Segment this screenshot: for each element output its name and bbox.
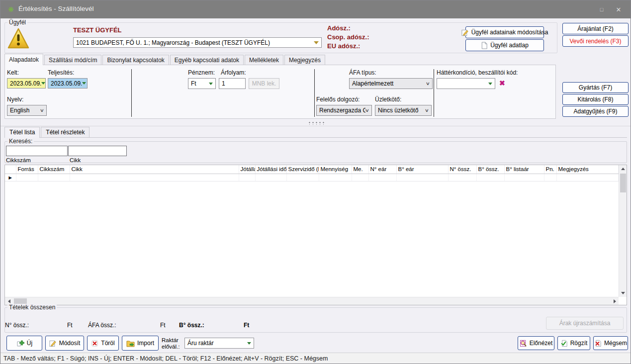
grid-col-cikkszam[interactable]: Cikkszám <box>38 165 70 174</box>
app-window: ❋ Értékesítés - Szállítólevél □ ✕ Ügyfél… <box>0 0 631 364</box>
horizontal-scrollbar[interactable] <box>5 297 619 305</box>
customer-groupbox: Ügyfél TESZT ÜGYFÉL 1021 BUDAPEST, FŐ U.… <box>4 22 557 53</box>
search-groupbox: Keresés: Cikkszám Cikk <box>4 141 627 163</box>
mnb-rate-button[interactable]: MNB lek. <box>249 78 279 89</box>
save-button[interactable]: Rögzít <box>557 336 590 350</box>
tab-tetel-lista[interactable]: Tétel lista <box>4 127 40 138</box>
customer-order-button[interactable]: Vevői rendelés (F3) <box>562 35 629 47</box>
grid-col-szervizido[interactable]: Szervizidő (h <box>286 165 319 174</box>
grid-col-jotallas[interactable]: Jótállá <box>239 165 255 174</box>
fulfillment-date-picker[interactable]: 2023.05.09. <box>48 78 88 89</box>
background-condition-combobox[interactable] <box>437 78 495 89</box>
vat-total-label: ÁFA össz.: <box>88 322 116 329</box>
customer-datasheet-label: Ügyfél adatlap <box>490 42 529 49</box>
cancel-button[interactable]: Mégsem <box>593 336 628 350</box>
outbound-label: Kitárolás (F8) <box>577 96 613 103</box>
delete-item-button[interactable]: Töröl <box>87 336 119 351</box>
scroll-right-icon[interactable] <box>611 297 619 305</box>
language-value: English <box>10 107 29 114</box>
table-row[interactable]: ► <box>5 174 619 181</box>
preview-label: Előnézet <box>530 340 553 347</box>
agent-select[interactable]: Nincs üzletkötő ∨ <box>375 105 432 116</box>
cancel-x-icon <box>594 340 602 347</box>
scroll-down-icon[interactable] <box>619 289 627 297</box>
vat-type-select[interactable]: Alapértelmezett ∨ <box>349 78 433 89</box>
fulfillment-label: Teljesítés: <box>48 69 74 76</box>
chevron-down-icon <box>314 41 319 44</box>
cancel-label: Mégsem <box>604 340 627 347</box>
clear-background-condition-icon[interactable]: ✖ <box>499 79 505 87</box>
grid-col-netto-ossz[interactable]: N° össz. <box>448 165 476 174</box>
agent-value: Nincs üzletkötő <box>378 107 418 114</box>
restore-button[interactable]: □ <box>594 3 610 15</box>
quote-button[interactable]: Árajánlat (F2) <box>562 23 629 34</box>
gross-total-label: B° össz.: <box>179 322 204 329</box>
tab-bizonylat-kapcsolatok[interactable]: Bizonylat kapcsolatok <box>102 55 169 65</box>
grid-col-forras[interactable]: Forrás <box>16 165 38 174</box>
data-collection-button[interactable]: Adatgyűjtés (F9) <box>562 106 629 117</box>
tab-tetel-reszletek[interactable]: Tétel részletek <box>41 127 90 137</box>
gross-total-currency: Ft <box>244 322 249 329</box>
current-row-indicator-icon: ► <box>5 174 16 181</box>
date-picker[interactable]: 2023.05.09. <box>7 78 46 89</box>
net-total-currency: Ft <box>67 322 73 329</box>
delete-item-label: Töröl <box>101 340 114 347</box>
currency-select[interactable]: Ft <box>188 78 216 89</box>
modify-customer-button[interactable]: Ügyfél adatainak módosítása <box>465 26 544 38</box>
grid-col-brutto-listaar[interactable]: B° listaár <box>504 165 544 174</box>
preview-magnifier-icon <box>520 340 527 347</box>
vertical-scroll-thumb[interactable] <box>620 174 626 192</box>
customer-address-combobox[interactable]: 1021 BUDAPEST, FŐ U. 1.; Magyarország - … <box>73 37 322 48</box>
production-button[interactable]: Gyártás (F7) <box>562 82 629 93</box>
tab-alapadatok[interactable]: Alapadatok <box>4 54 43 65</box>
customer-name: TESZT ÜGYFÉL <box>73 26 122 34</box>
grid-col-cikk[interactable]: Cikk <box>70 165 239 174</box>
search-input-cikkszam[interactable] <box>6 146 68 156</box>
customer-group-label: Ügyfél <box>7 19 27 26</box>
rate-input[interactable]: 1 <box>219 78 246 89</box>
grid-col-indicator <box>5 165 16 174</box>
eu-tax-label: EU adósz.: <box>327 42 360 50</box>
preview-button[interactable]: Előnézet <box>518 336 554 350</box>
new-item-button[interactable]: Új <box>6 336 42 351</box>
warehouse-select[interactable]: Áru raktár <box>184 338 254 349</box>
edit-pencil-icon <box>461 29 469 36</box>
close-button[interactable]: ✕ <box>611 3 627 15</box>
import-button[interactable]: Import <box>122 336 159 351</box>
currency-label: Pénznem: <box>188 69 215 76</box>
import-label: Import <box>137 340 154 347</box>
tab-szallitasi-mod[interactable]: Szállítási mód/cím <box>44 55 101 65</box>
scroll-up-icon[interactable] <box>619 165 627 173</box>
recalculate-prices-button[interactable]: Árak újraszámítása <box>546 317 624 330</box>
grid-col-jotallasi-ido[interactable]: Jótállási idő ( <box>255 165 286 174</box>
tab-egyeb-kapcsolati-adatok[interactable]: Egyéb kapcsolati adatok <box>170 55 244 65</box>
grid-col-pn[interactable]: Pn. <box>544 165 556 174</box>
grid-col-brutto-ear[interactable]: B° eár <box>396 165 448 174</box>
basic-data-panel: Kelt: 2023.05.09. Teljesítés: 2023.05.09… <box>4 65 556 119</box>
tab-megjegyzes[interactable]: Megjegyzés <box>284 55 325 65</box>
chevron-down-icon: ∨ <box>365 108 369 113</box>
grid-col-mennyiseg[interactable]: Mennyiség <box>319 165 352 174</box>
splitter-handle[interactable] <box>0 120 631 126</box>
grid-col-netto-ear[interactable]: N° eár <box>368 165 396 174</box>
language-select[interactable]: English ∨ <box>7 105 47 116</box>
modify-item-button[interactable]: Módosít <box>45 336 84 351</box>
date-label: Kelt: <box>7 69 19 76</box>
tab-mellekletek[interactable]: Mellékletek <box>245 55 283 65</box>
status-bar-text: TAB - Mező váltás; F1 - Súgó; INS - Új; … <box>3 355 328 362</box>
outbound-button[interactable]: Kitárolás (F8) <box>562 94 629 105</box>
vat-total-currency: Ft <box>160 322 166 329</box>
employee-select[interactable]: Rendszergazda Ge ∨ <box>316 105 372 116</box>
modify-customer-label: Ügyfél adatainak módosítása <box>471 29 548 36</box>
vat-type-value: Alapértelmezett <box>352 80 393 87</box>
vertical-scrollbar[interactable] <box>619 165 627 297</box>
grid-col-brutto-ossz[interactable]: B° össz. <box>476 165 504 174</box>
grid-col-me[interactable]: Me. <box>352 165 368 174</box>
grid-col-megjegyzes[interactable]: Megjegyzés <box>556 165 619 174</box>
search-input-cikk[interactable] <box>68 146 127 156</box>
totals-groupbox: Tételek összesen N° össz.: Ft ÁFA össz.:… <box>4 307 627 333</box>
employee-label: Felelős dolgozó: <box>316 96 360 103</box>
customer-datasheet-button[interactable]: Ügyfél adatlap <box>465 39 544 51</box>
background-condition-label: Háttérkondíció, beszállítói kód: <box>437 69 518 76</box>
divider <box>131 69 132 117</box>
